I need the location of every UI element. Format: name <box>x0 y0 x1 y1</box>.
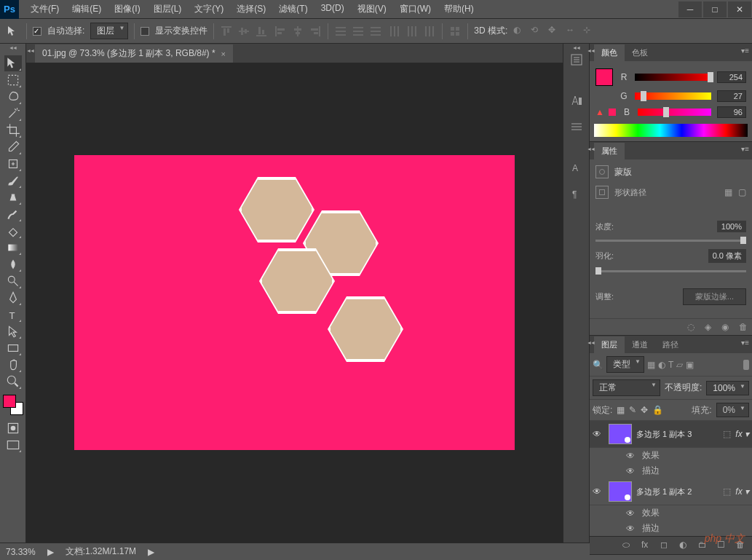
r-value-input[interactable]: 254 <box>717 71 746 83</box>
layers-tab[interactable]: 图层 <box>594 336 625 353</box>
brush-panel-icon[interactable] <box>569 119 584 134</box>
b-slider[interactable] <box>638 109 711 116</box>
canvas-viewport[interactable] <box>26 63 563 543</box>
canvas[interactable] <box>74 155 515 450</box>
blend-mode-dropdown[interactable]: 正常 <box>593 379 660 396</box>
align-hcenter-icon[interactable] <box>291 25 304 38</box>
filter-pixel-icon[interactable]: ▦ <box>647 360 655 370</box>
align-bottom-icon[interactable] <box>255 25 268 38</box>
crop-tool[interactable] <box>4 122 22 138</box>
filter-type-icon[interactable]: T <box>668 360 673 370</box>
channels-tab[interactable]: 通道 <box>625 336 655 353</box>
filter-kind-dropdown[interactable]: 类型 <box>606 356 644 373</box>
paragraph-icon[interactable]: ¶ <box>569 186 584 201</box>
feather-value[interactable]: 0.0 像素 <box>708 249 746 263</box>
history-panel-icon[interactable] <box>569 52 584 67</box>
density-slider[interactable] <box>595 240 746 242</box>
menu-window[interactable]: 窗口(W) <box>394 0 437 18</box>
eyedropper-tool[interactable] <box>4 139 22 155</box>
layer-name[interactable]: 多边形 1 副本 3 <box>636 429 719 440</box>
lock-pixels-icon[interactable]: ✎ <box>629 405 636 415</box>
menu-filter[interactable]: 滤镜(T) <box>273 0 313 18</box>
quick-mask-tool[interactable] <box>4 420 22 436</box>
layer-mask-icon[interactable]: ◻ <box>660 540 672 551</box>
align-vcenter-icon[interactable] <box>237 25 250 38</box>
clone-stamp-tool[interactable] <box>4 189 22 205</box>
foreground-color[interactable] <box>3 395 16 408</box>
filter-kind-icon[interactable]: 🔍 <box>593 360 603 370</box>
properties-tab[interactable]: 属性 <box>594 143 625 159</box>
3d-pan-icon[interactable]: ✥ <box>548 25 561 38</box>
layer-thumbnail[interactable] <box>609 481 632 502</box>
lock-transparency-icon[interactable]: ▦ <box>617 405 625 415</box>
lock-all-icon[interactable]: 🔒 <box>652 405 663 415</box>
load-selection-icon[interactable]: ◌ <box>687 322 694 332</box>
vector-mask-icon[interactable]: ▢ <box>738 187 746 197</box>
color-swatches[interactable] <box>3 395 23 415</box>
close-tab-icon[interactable]: × <box>221 50 226 58</box>
r-slider[interactable] <box>635 74 711 81</box>
zoom-tool[interactable] <box>4 374 22 390</box>
align-left-icon[interactable] <box>274 25 287 38</box>
auto-select-checkbox[interactable] <box>33 27 41 36</box>
brush-tool[interactable] <box>4 173 22 189</box>
fill-input[interactable]: 0% <box>716 403 749 417</box>
3d-orbit-icon[interactable]: ◐ <box>513 25 526 38</box>
layer-stroke-row[interactable]: 👁 描边 <box>590 521 752 536</box>
distribute-right-icon[interactable] <box>423 25 436 38</box>
lasso-tool[interactable] <box>4 89 22 105</box>
close-button[interactable]: ✕ <box>728 1 751 17</box>
marquee-tool[interactable] <box>4 72 22 88</box>
filter-smart-icon[interactable]: ▣ <box>686 360 694 370</box>
b-value-input[interactable]: 96 <box>717 106 746 118</box>
layer-fx-icon[interactable]: fx <box>641 540 653 551</box>
color-ramp[interactable] <box>594 124 748 137</box>
magic-wand-tool[interactable] <box>4 106 22 122</box>
align-right-icon[interactable] <box>309 25 322 38</box>
rectangle-tool[interactable] <box>4 340 22 356</box>
menu-layer[interactable]: 图层(L) <box>148 0 188 18</box>
hexagon-shape-4[interactable] <box>329 298 402 360</box>
history-brush-tool[interactable] <box>4 206 22 222</box>
layer-name[interactable]: 多边形 1 副本 2 <box>636 486 719 497</box>
filter-adjust-icon[interactable]: ◐ <box>658 360 665 370</box>
link-icon[interactable]: ⬚ <box>723 486 731 497</box>
filter-shape-icon[interactable]: ▱ <box>676 360 683 370</box>
type-tool[interactable]: T <box>4 307 22 323</box>
auto-align-icon[interactable] <box>448 25 462 38</box>
screen-mode-tool[interactable] <box>4 437 22 453</box>
link-layers-icon[interactable]: ⬭ <box>622 540 634 551</box>
mask-edge-button[interactable]: 蒙版边缘... <box>683 288 746 305</box>
show-transform-checkbox[interactable] <box>140 27 149 36</box>
new-layer-icon[interactable]: ☐ <box>717 540 729 551</box>
distribute-hcenter-icon[interactable] <box>405 25 419 38</box>
color-tab[interactable]: 颜色 <box>594 44 625 61</box>
menu-image[interactable]: 图像(I) <box>108 0 146 18</box>
menu-file[interactable]: 文件(F) <box>25 0 65 18</box>
hand-tool[interactable] <box>4 357 22 373</box>
layer-effects-row[interactable]: 👁 效果 <box>590 505 752 521</box>
density-value[interactable]: 100% <box>717 221 746 232</box>
dodge-tool[interactable] <box>4 273 22 289</box>
character-panel-icon[interactable] <box>569 93 584 108</box>
path-selection-tool[interactable] <box>4 323 22 339</box>
hexagon-shape-3[interactable] <box>261 250 333 312</box>
layer-effects-row[interactable]: 👁 效果 <box>590 448 752 463</box>
move-tool[interactable] <box>4 55 22 71</box>
3d-zoom-icon[interactable]: ⊹ <box>583 25 596 38</box>
g-value-input[interactable]: 27 <box>717 90 746 102</box>
panel-menu-icon[interactable]: ▾≡ <box>741 339 749 347</box>
minimize-button[interactable]: ─ <box>678 1 702 17</box>
distribute-bottom-icon[interactable] <box>369 25 382 38</box>
layer-item[interactable]: 👁 多边形 1 副本 2 ⬚ fx ▾ <box>590 478 752 505</box>
zoom-level[interactable]: 73.33% <box>6 547 36 557</box>
adjustment-layer-icon[interactable]: ◐ <box>679 540 691 551</box>
opacity-input[interactable]: 100% <box>706 381 749 395</box>
paths-tab[interactable]: 路径 <box>655 336 686 353</box>
menu-3d[interactable]: 3D(D) <box>315 0 350 18</box>
visibility-toggle[interactable]: 👁 <box>626 451 638 461</box>
visibility-toggle[interactable]: 👁 <box>626 466 638 476</box>
g-slider[interactable] <box>635 92 711 100</box>
paragraph-a-icon[interactable]: A <box>569 160 584 175</box>
visibility-toggle[interactable]: 👁 <box>626 508 638 518</box>
